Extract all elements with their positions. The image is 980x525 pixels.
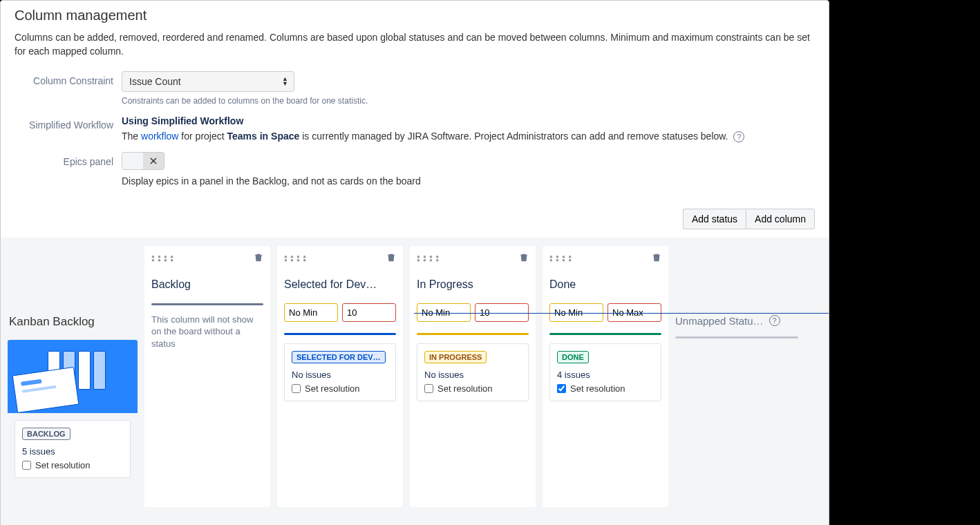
column-bar xyxy=(675,336,798,338)
status-badge: DONE xyxy=(557,351,589,363)
constraints-row xyxy=(284,303,396,322)
epics-panel-toggle[interactable] xyxy=(122,152,164,170)
help-icon[interactable]: ? xyxy=(769,315,780,326)
simplified-workflow-label: Simplified Workflow xyxy=(15,115,122,131)
column-header: ● ● ● ●● ● ● ● xyxy=(284,253,396,265)
epics-panel-hint: Display epics in a panel in the Backlog,… xyxy=(122,175,815,187)
set-resolution-label: Set resolution xyxy=(35,460,91,470)
issue-count: No issues xyxy=(424,370,521,380)
board-column: ● ● ● ●● ● ● ● Done DONE 4 issues Set re… xyxy=(543,246,668,507)
column-constraint-select[interactable]: Issue Count ▲▼ xyxy=(122,71,294,92)
top-section: Column management Columns can be added, … xyxy=(1,1,829,209)
column-header: ● ● ● ●● ● ● ● xyxy=(151,253,263,265)
set-resolution-label: Set resolution xyxy=(570,383,625,394)
issue-count: 4 issues xyxy=(557,370,654,380)
board-area: Kanban Backlog BACKLOG 5 issues xyxy=(1,238,829,525)
set-resolution-label: Set resolution xyxy=(305,383,360,394)
unmapped-title-row: Unmapped Statu… ? xyxy=(675,315,798,327)
unmapped-statuses-column: Unmapped Statu… ? xyxy=(675,246,798,507)
board-column: ● ● ● ●● ● ● ● Selected for Dev… SELECTE… xyxy=(277,246,403,507)
drag-handle-icon[interactable]: ● ● ● ●● ● ● ● xyxy=(151,255,174,262)
add-column-button[interactable]: Add column xyxy=(746,209,815,229)
column-bar xyxy=(417,333,529,335)
issue-count: 5 issues xyxy=(22,446,123,457)
status-card[interactable]: SELECTED FOR DEV… No issues Set resoluti… xyxy=(284,343,396,401)
column-bar xyxy=(549,333,661,335)
drag-handle-icon[interactable]: ● ● ● ●● ● ● ● xyxy=(417,255,440,262)
set-resolution-checkbox[interactable] xyxy=(557,384,566,393)
set-resolution-row[interactable]: Set resolution xyxy=(22,460,123,470)
set-resolution-label: Set resolution xyxy=(437,383,493,394)
simplified-workflow-value: Using Simplified Workflow xyxy=(122,115,815,126)
close-icon xyxy=(150,158,157,164)
set-resolution-checkbox[interactable] xyxy=(424,384,433,393)
delete-column-button[interactable] xyxy=(386,253,396,265)
kanban-backlog-column: Kanban Backlog BACKLOG 5 issues xyxy=(8,246,138,507)
column-title[interactable]: In Progress xyxy=(417,278,529,291)
set-resolution-row[interactable]: Set resolution xyxy=(424,383,521,394)
workflow-description: The workflow for project Teams in Space … xyxy=(122,131,815,142)
column-management-panel: Column management Columns can be added, … xyxy=(0,0,829,525)
column-bar xyxy=(284,333,396,335)
delete-column-button[interactable] xyxy=(519,253,529,265)
column-constraint-label: Column Constraint xyxy=(15,71,122,86)
unmapped-title: Unmapped Statu… xyxy=(675,315,764,327)
help-icon[interactable]: ? xyxy=(733,131,744,142)
kanban-backlog-title: Kanban Backlog xyxy=(9,315,138,329)
epics-panel-label: Epics panel xyxy=(15,152,122,167)
project-name: Teams in Space xyxy=(227,131,300,142)
guide-line xyxy=(414,313,829,314)
page-description: Columns can be added, removed, reordered… xyxy=(15,30,815,59)
max-constraint-input[interactable] xyxy=(342,303,396,322)
column-title[interactable]: Done xyxy=(549,278,661,291)
kanban-illustration xyxy=(8,340,138,413)
simplified-workflow-row: Simplified Workflow Using Simplified Wor… xyxy=(15,115,815,142)
column-header: ● ● ● ●● ● ● ● xyxy=(417,253,529,265)
issue-count: No issues xyxy=(292,370,388,380)
set-resolution-checkbox[interactable] xyxy=(292,384,301,393)
set-resolution-row[interactable]: Set resolution xyxy=(292,383,388,394)
column-header: ● ● ● ●● ● ● ● xyxy=(549,253,661,265)
column-constraint-value: Issue Count xyxy=(129,76,181,87)
board-column: ● ● ● ●● ● ● ● Backlog This column will … xyxy=(144,246,270,507)
drag-handle-icon[interactable]: ● ● ● ●● ● ● ● xyxy=(549,255,572,262)
page-title: Column management xyxy=(15,8,815,23)
backlog-status-card[interactable]: BACKLOG 5 issues Set resolution xyxy=(15,420,131,478)
min-constraint-input[interactable] xyxy=(284,303,338,322)
status-card[interactable]: IN PROGRESS No issues Set resolution xyxy=(417,343,529,401)
epics-panel-row: Epics panel Display epics in a panel in … xyxy=(15,152,815,187)
drag-handle-icon[interactable]: ● ● ● ●● ● ● ● xyxy=(284,255,307,262)
delete-column-button[interactable] xyxy=(652,253,661,265)
workflow-link[interactable]: workflow xyxy=(141,131,178,142)
status-card[interactable]: DONE 4 issues Set resolution xyxy=(549,343,661,401)
select-arrows-icon: ▲▼ xyxy=(282,77,288,86)
delete-column-button[interactable] xyxy=(254,253,263,265)
column-constraint-hint: Constraints can be added to columns on t… xyxy=(122,96,815,106)
board-column: ● ● ● ●● ● ● ● In Progress IN PROGRESS N… xyxy=(410,246,536,507)
column-title[interactable]: Backlog xyxy=(151,278,263,291)
column-bar xyxy=(151,303,263,305)
toggle-off xyxy=(143,153,164,169)
column-title[interactable]: Selected for Dev… xyxy=(284,278,396,291)
toggle-on xyxy=(122,153,143,169)
status-badge: SELECTED FOR DEV… xyxy=(292,351,386,363)
column-constraint-row: Column Constraint Issue Count ▲▼ Constra… xyxy=(15,71,815,106)
status-badge: IN PROGRESS xyxy=(424,351,487,363)
status-badge: BACKLOG xyxy=(22,428,70,440)
column-note: This column will not show on the board w… xyxy=(151,314,263,350)
columns-container: ● ● ● ●● ● ● ● Backlog This column will … xyxy=(144,246,668,507)
add-status-button[interactable]: Add status xyxy=(683,209,746,229)
set-resolution-checkbox[interactable] xyxy=(22,461,31,470)
set-resolution-row[interactable]: Set resolution xyxy=(557,383,654,394)
actions-row: Add status Add column xyxy=(1,209,829,238)
